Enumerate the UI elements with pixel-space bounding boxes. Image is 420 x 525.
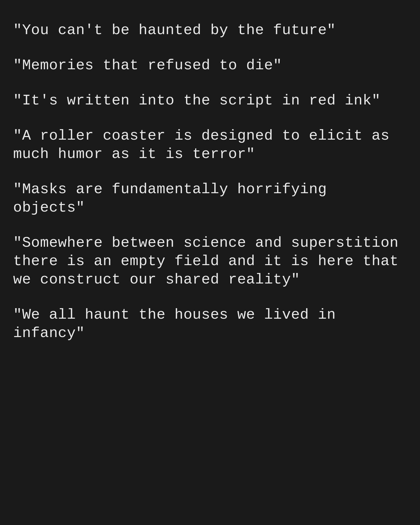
quote-5: "Masks are fundamentally horrifying obje…	[13, 172, 407, 225]
quote-4: "A roller coaster is designed to elicit …	[13, 118, 407, 172]
quote-1: "You can't be haunted by the future"	[13, 13, 407, 48]
quotes-container: "You can't be haunted by the future""Mem…	[13, 13, 407, 351]
quote-3: "It's written into the script in red ink…	[13, 83, 407, 118]
quote-7: "We all haunt the houses we lived in inf…	[13, 297, 407, 351]
quote-2: "Memories that refused to die"	[13, 48, 407, 83]
quote-6: "Somewhere between science and superstit…	[13, 225, 407, 297]
